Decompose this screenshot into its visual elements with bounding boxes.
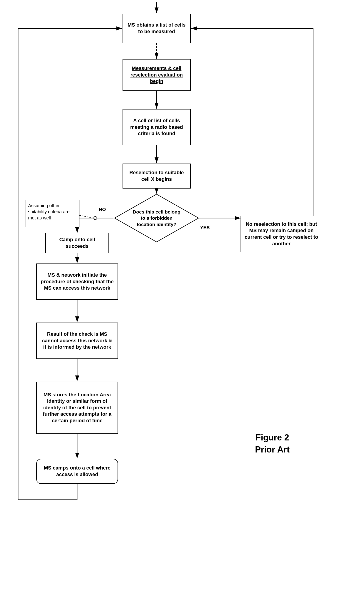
ms-network-box: MS & network initiate the procedure of c… bbox=[36, 264, 118, 300]
ms-camps-box: MS camps onto a cell where access is all… bbox=[36, 459, 118, 484]
no-label: NO bbox=[99, 207, 106, 212]
measurements-box: Measurements & cell reselection evaluati… bbox=[123, 59, 191, 91]
figure-label: Figure 2 Prior Art bbox=[238, 432, 306, 456]
forbidden-location-diamond: Does this cell belong to a forbidden loc… bbox=[113, 193, 200, 243]
diamond-label: Does this cell belong to a forbidden loc… bbox=[132, 209, 182, 227]
yes-label: YES bbox=[200, 225, 210, 230]
diagram-container: MS obtains a list of cells to be measure… bbox=[0, 0, 364, 589]
no-reselection-box: No reselection to this cell; but MS may … bbox=[240, 216, 322, 252]
result-check-box: Result of the check is MS cannot access … bbox=[36, 323, 118, 359]
svg-line-25 bbox=[79, 215, 94, 218]
ms-stores-box: MS stores the Location Area Identity or … bbox=[36, 382, 118, 434]
cell-list-box: A cell or list of cells meeting a radio … bbox=[123, 109, 191, 145]
note-box: Assuming other suitability criteria are … bbox=[25, 200, 79, 227]
svg-point-9 bbox=[94, 217, 97, 220]
ms-obtains-box: MS obtains a list of cells to be measure… bbox=[123, 14, 191, 43]
camp-succeeds-box: Camp onto cell succeeds bbox=[46, 233, 109, 253]
reselection-box: Reselection to suitable cell X begins bbox=[123, 164, 191, 189]
